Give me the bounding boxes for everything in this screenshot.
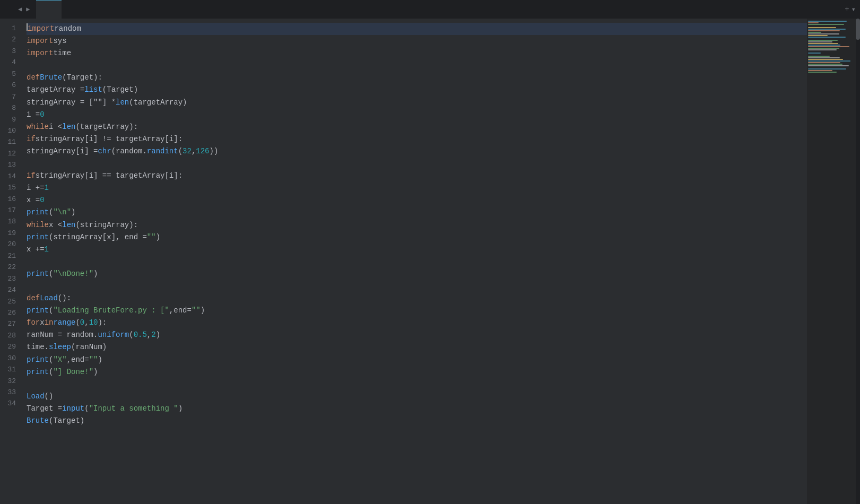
token-plain: ranNum = random. bbox=[27, 329, 98, 341]
code-line-14: i += 1 bbox=[27, 182, 807, 194]
line-number-23: 23 bbox=[4, 273, 16, 284]
code-line-15: x = 0 bbox=[27, 194, 807, 206]
token-plain: (targetArray) bbox=[129, 97, 187, 109]
token-bi: print bbox=[27, 366, 49, 378]
token-num: 0 bbox=[80, 317, 84, 329]
token-bi: range bbox=[53, 317, 75, 329]
line-number-34: 34 bbox=[4, 398, 16, 409]
code-line-2: import sys bbox=[27, 35, 807, 47]
code-line-5: def Brute(Target): bbox=[27, 72, 807, 84]
token-bi: chr bbox=[98, 145, 111, 158]
token-plain: random bbox=[54, 23, 81, 35]
token-plain: ( bbox=[62, 72, 66, 84]
token-num: 1 bbox=[45, 244, 49, 256]
scrollbar[interactable] bbox=[856, 19, 860, 504]
token-plain: , bbox=[147, 329, 151, 341]
code-line-7: stringArray = [""] * len(targetArray) bbox=[27, 97, 807, 109]
token-kw: while bbox=[27, 219, 49, 231]
token-plain: () bbox=[45, 390, 54, 403]
code-line-29: print("] Done!") bbox=[27, 366, 807, 378]
token-bi: print bbox=[27, 354, 49, 366]
token-plain: , bbox=[84, 317, 89, 329]
line-number-7: 7 bbox=[4, 91, 16, 102]
token-plain: ) bbox=[156, 329, 160, 341]
code-line-18: print(stringArray[x], end = "") bbox=[27, 231, 807, 244]
left-arrow-icon[interactable]: ◀ bbox=[16, 5, 24, 13]
line-number-28: 28 bbox=[4, 330, 16, 341]
line-number-30: 30 bbox=[4, 353, 16, 364]
token-plain: ) bbox=[201, 305, 205, 317]
tab-left-controls[interactable]: ◀ ▶ bbox=[16, 5, 32, 13]
token-kw: in bbox=[45, 317, 54, 329]
line-number-5: 5 bbox=[4, 68, 16, 80]
tab-bar: ◀ ▶ + ▾ bbox=[0, 0, 860, 19]
token-plain: , bbox=[192, 145, 196, 158]
scrollbar-thumb[interactable] bbox=[856, 19, 860, 40]
new-tab-icon[interactable]: + bbox=[845, 5, 849, 13]
code-line-24: print("Loading BruteFore.py : [",end="") bbox=[27, 305, 807, 317]
token-bi: len bbox=[116, 97, 129, 109]
code-line-26: ranNum = random.uniform(0.5,2) bbox=[27, 329, 807, 341]
token-plain: (stringArray[x], end = bbox=[49, 231, 147, 244]
line-number-15: 15 bbox=[4, 182, 16, 193]
code-line-31: Load() bbox=[27, 390, 807, 403]
line-number-4: 4 bbox=[4, 57, 16, 68]
token-plain: time. bbox=[27, 341, 49, 353]
code-line-19: x += 1 bbox=[27, 244, 807, 256]
token-kw: def bbox=[27, 72, 40, 84]
token-fn: Brute bbox=[27, 415, 49, 427]
token-plain: ,end= bbox=[67, 354, 89, 366]
minimap bbox=[807, 19, 860, 504]
token-plain: (random. bbox=[111, 145, 147, 158]
code-area[interactable]: import randomimport sysimport time def B… bbox=[22, 19, 807, 504]
token-str: "\nDone!" bbox=[53, 268, 93, 280]
token-str: "\n" bbox=[53, 206, 71, 219]
line-numbers: 1234567891011121314151617181920212223242… bbox=[0, 19, 22, 504]
line-number-3: 3 bbox=[4, 46, 16, 57]
token-num: 0.5 bbox=[134, 329, 147, 341]
token-num: 0 bbox=[40, 109, 44, 121]
code-line-8: i = 0 bbox=[27, 109, 807, 121]
token-plain: (stringArray): bbox=[75, 219, 138, 231]
code-line-17: while x <len(stringArray): bbox=[27, 219, 807, 231]
token-plain: stringArray[i] == targetArray[i]: bbox=[36, 170, 183, 182]
code-line-33: Brute(Target) bbox=[27, 415, 807, 427]
token-num: 2 bbox=[151, 329, 155, 341]
code-line-30 bbox=[27, 378, 807, 390]
token-bi: list bbox=[84, 84, 102, 96]
token-plain: stringArray[i] != targetArray[i]: bbox=[36, 133, 183, 145]
code-line-20 bbox=[27, 256, 807, 268]
token-bi: print bbox=[27, 206, 49, 219]
token-bi: print bbox=[27, 231, 49, 244]
tab-right-controls[interactable]: + ▾ bbox=[845, 5, 860, 14]
token-plain: ( bbox=[49, 354, 53, 366]
token-plain: x = bbox=[27, 194, 40, 206]
code-line-4 bbox=[27, 59, 807, 72]
line-number-17: 17 bbox=[4, 205, 16, 216]
token-plain: ( bbox=[75, 317, 80, 329]
line-number-12: 12 bbox=[4, 148, 16, 159]
token-str: "" bbox=[89, 354, 98, 366]
code-line-1: import random bbox=[27, 23, 807, 35]
token-fn: Load bbox=[40, 292, 58, 305]
token-kw: if bbox=[27, 133, 36, 145]
close-tab-button[interactable] bbox=[47, 5, 55, 14]
line-number-25: 25 bbox=[4, 296, 16, 307]
code-line-9: while i < len(targetArray): bbox=[27, 121, 807, 133]
token-str: "Loading BruteFore.py : [" bbox=[53, 305, 169, 317]
code-line-21: print("\nDone!") bbox=[27, 268, 807, 280]
tab-bruteforce[interactable] bbox=[36, 0, 62, 19]
code-line-27: time.sleep(ranNum) bbox=[27, 341, 807, 353]
token-str: "] Done!" bbox=[53, 366, 93, 378]
dropdown-icon[interactable]: ▾ bbox=[852, 5, 856, 14]
right-arrow-icon[interactable]: ▶ bbox=[24, 5, 32, 13]
token-kw: import bbox=[27, 35, 53, 47]
token-plain: Target = bbox=[27, 403, 62, 415]
line-number-9: 9 bbox=[4, 114, 16, 125]
token-bi: len bbox=[62, 121, 75, 133]
line-number-29: 29 bbox=[4, 341, 16, 352]
token-str: "Input a something " bbox=[89, 403, 178, 415]
token-plain: ( bbox=[49, 305, 53, 317]
token-str: "X" bbox=[53, 354, 66, 366]
line-number-22: 22 bbox=[4, 262, 16, 273]
